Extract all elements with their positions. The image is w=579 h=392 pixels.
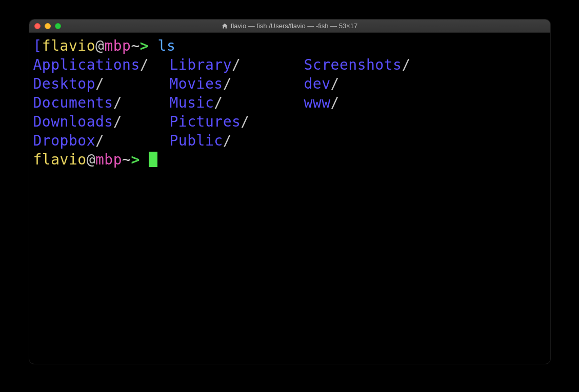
cursor-icon (149, 152, 157, 167)
prompt-user: flavio (33, 151, 87, 168)
window-title-text: flavio — fish /Users/flavio — -fish — 53… (231, 22, 357, 30)
prompt-at: @ (87, 151, 95, 168)
titlebar: flavio — fish /Users/flavio — -fish — 53… (29, 19, 550, 33)
dir-name: www (304, 94, 331, 111)
prompt-host: mbp (95, 151, 122, 168)
slash: / (113, 94, 122, 111)
slash: / (402, 56, 410, 73)
prompt-arrow: > (140, 37, 149, 54)
dir-name: Downloads (33, 113, 113, 130)
bracket: [ (33, 37, 42, 54)
slash: / (331, 75, 340, 92)
dir-name: Screenshots (304, 56, 402, 73)
prompt-line-2: flavio@mbp~> (33, 151, 546, 170)
slash: / (232, 56, 241, 73)
dir-name: Dropbox (33, 132, 96, 149)
prompt-path: ~ (122, 151, 131, 168)
prompt-at: @ (95, 37, 104, 54)
dir-name: Public (170, 132, 223, 149)
slash: / (214, 94, 223, 111)
terminal-content[interactable]: [flavio@mbp~> ls Applications/ Library/ … (29, 33, 550, 174)
slash: / (241, 113, 249, 130)
slash: / (140, 56, 149, 73)
dir-name: Documents (33, 94, 113, 111)
dir-name: Library (170, 56, 232, 73)
slash: / (113, 113, 122, 130)
list-row-1: Desktop/ Movies/ dev/ (33, 75, 546, 94)
maximize-icon[interactable] (55, 23, 61, 29)
close-icon[interactable] (34, 23, 41, 29)
prompt-host: mbp (104, 37, 131, 54)
traffic-lights (34, 23, 61, 29)
window-title: flavio — fish /Users/flavio — -fish — 53… (222, 22, 357, 30)
list-row-2: Documents/ Music/ www/ (33, 94, 546, 113)
dir-name: Movies (170, 75, 223, 92)
prompt-user: flavio (42, 37, 95, 54)
dir-name: dev (304, 75, 331, 92)
ls-output: Applications/ Library/ Screenshots/ Desk… (33, 56, 546, 151)
dir-name: Desktop (33, 75, 96, 92)
prompt-path: ~ (131, 37, 139, 54)
minimize-icon[interactable] (45, 23, 51, 29)
dir-name: Pictures (170, 113, 241, 130)
home-icon (222, 23, 228, 29)
list-row-3: Downloads/ Pictures/ (33, 113, 546, 132)
command-text: ls (158, 37, 176, 54)
slash: / (223, 75, 232, 92)
dir-name: Applications (33, 56, 140, 73)
dir-name: Music (170, 94, 214, 111)
terminal-window: flavio — fish /Users/flavio — -fish — 53… (29, 19, 550, 364)
list-row-0: Applications/ Library/ Screenshots/ (33, 56, 546, 75)
slash: / (95, 132, 104, 149)
prompt-line-1: [flavio@mbp~> ls (33, 37, 546, 56)
prompt-arrow: > (131, 151, 139, 168)
slash: / (223, 132, 232, 149)
slash: / (95, 75, 104, 92)
list-row-4: Dropbox/ Public/ (33, 132, 546, 151)
slash: / (331, 94, 340, 111)
